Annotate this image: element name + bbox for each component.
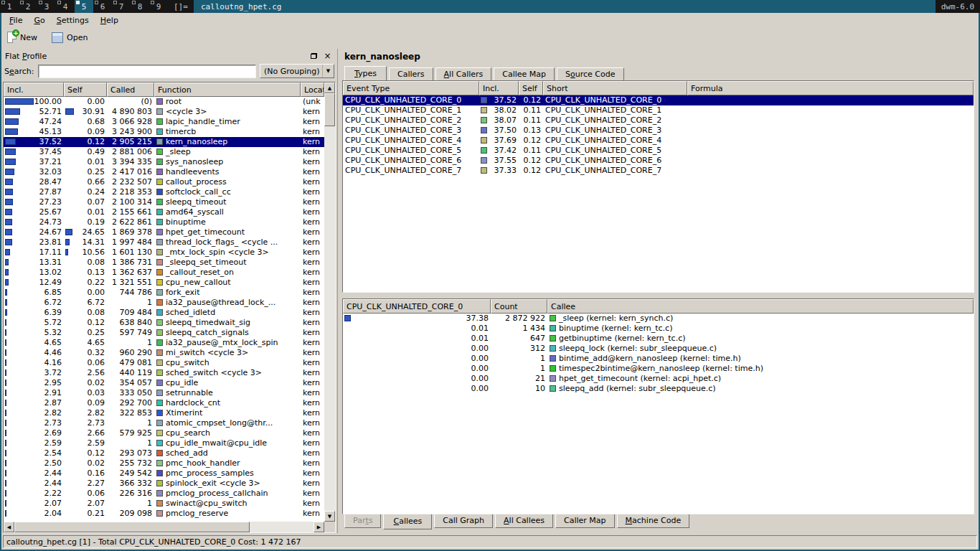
table-row[interactable]: 23.8114.311 997 484thread_lock_flags_ <c…	[4, 237, 324, 248]
table-row[interactable]: 12.490.221 321 551cpu_new_calloutkern	[4, 278, 324, 288]
table-row[interactable]: 3.722.56440 119sched_switch <cycle 3>ker…	[4, 368, 324, 378]
table-row[interactable]: 100.000.00(0)root(unk	[4, 97, 324, 107]
tab-callers[interactable]: Callers	[389, 67, 433, 80]
event-type-row[interactable]: CPU_CLK_UNHALTED_CORE_337.500.13CPU_CLK_…	[343, 126, 974, 136]
table-row[interactable]: 37.450.492 881 006_sleepkern	[4, 147, 324, 157]
horizontal-scroll-thumb[interactable]	[14, 522, 250, 532]
dwm-tag-6[interactable]: 6	[93, 0, 112, 13]
table-row[interactable]: 13.020.131 362 637_callout_reset_onkern	[4, 268, 324, 278]
splitter[interactable]	[342, 293, 974, 298]
table-row[interactable]: 52.7130.914 890 803<cycle 3>kern	[4, 107, 324, 117]
column-header-location[interactable]: Location	[301, 83, 324, 97]
new-button[interactable]: + New	[5, 30, 39, 44]
table-row[interactable]: 5.720.12638 840sleepq_timedwait_sigkern	[4, 318, 324, 328]
menu-go[interactable]: Go	[28, 14, 50, 27]
column-header-self[interactable]: Self	[64, 83, 107, 97]
event-type-row[interactable]: CPU_CLK_UNHALTED_CORE_037.520.12CPU_CLK_…	[343, 95, 974, 105]
table-row[interactable]: 17.1110.561 601 130_mtx_lock_spin <cycle…	[4, 248, 324, 258]
table-row[interactable]: 4.654.651ia32_pause@_mtx_lock_spinkern	[4, 338, 324, 348]
table-row[interactable]: 28.470.662 232 507callout_processkern	[4, 177, 324, 187]
table-row[interactable]: 32.030.252 417 016handleeventskern	[4, 167, 324, 177]
table-row[interactable]: 2.950.02354 057cpu_idlekern	[4, 378, 324, 388]
dwm-tag-9[interactable]: 9	[149, 0, 168, 13]
tab-callee-map[interactable]: Callee Map	[494, 67, 555, 80]
tab-callees[interactable]: Callees	[383, 514, 432, 529]
event-type-row[interactable]: CPU_CLK_UNHALTED_CORE_537.420.11CPU_CLK_…	[343, 146, 974, 156]
column-header-self[interactable]: Self	[519, 81, 543, 95]
event-type-row[interactable]: CPU_CLK_UNHALTED_CORE_138.020.11CPU_CLK_…	[343, 105, 974, 116]
dwm-tag-7[interactable]: 7	[112, 0, 131, 13]
column-header-incl[interactable]: Incl.	[4, 83, 64, 97]
tab-source-code[interactable]: Source Code	[557, 67, 623, 80]
table-row[interactable]: 4.460.32960 290mi_switch <cycle 3>kern	[4, 348, 324, 358]
column-header-incl[interactable]: Incl.	[479, 81, 519, 95]
table-row[interactable]: 2.500.02255 732pmc_hook_handlerkern	[4, 458, 324, 468]
scroll-left-button[interactable]: ◀	[4, 522, 14, 532]
table-row[interactable]: 4.160.06479 081cpu_switchkern	[4, 358, 324, 368]
menu-file[interactable]: File	[4, 14, 28, 27]
column-header-function[interactable]: Function	[154, 83, 301, 97]
table-row[interactable]: 47.240.683 066 928lapic_handle_timerkern	[4, 117, 324, 127]
event-type-row[interactable]: CPU_CLK_UNHALTED_CORE_437.690.12CPU_CLK_…	[343, 136, 974, 146]
scroll-right-button[interactable]: ▶	[314, 522, 324, 532]
event-type-row[interactable]: CPU_CLK_UNHALTED_CORE_737.330.12CPU_CLK_…	[343, 166, 974, 176]
callee-row[interactable]: 0.01647getbinuptime (kernel: kern_tc.c)	[343, 334, 974, 344]
table-row[interactable]: 2.692.66579 925cpu_searchkern	[4, 428, 324, 438]
menu-settings[interactable]: Settings	[51, 14, 95, 27]
column-header-called[interactable]: Called	[107, 83, 154, 97]
column-header-callee[interactable]: Callee	[547, 299, 974, 314]
grouping-combobox[interactable]: (No Grouping) ▼	[260, 64, 334, 78]
dwm-tag-5[interactable]: 5	[75, 0, 93, 13]
dwm-tag-3[interactable]: 3	[37, 0, 56, 13]
tab-all-callees[interactable]: All Callees	[495, 514, 553, 528]
chevron-down-icon[interactable]: ▼	[322, 65, 334, 77]
callee-row[interactable]: 0.001bintime_add@kern_nanosleep (kernel:…	[343, 354, 974, 364]
dwm-layout-symbol[interactable]: []=	[168, 0, 194, 13]
tab-call-graph[interactable]: Call Graph	[434, 514, 493, 528]
table-row[interactable]: 24.6724.651 869 378hpet_get_timecountker…	[4, 227, 324, 237]
column-header-short[interactable]: Short	[543, 81, 687, 95]
tab-types[interactable]: Types	[344, 66, 387, 80]
callee-row[interactable]: 37.382 872 922_sleep (kernel: kern_synch…	[343, 314, 974, 324]
column-header-cpu_clk_unhalted_core_0[interactable]: CPU_CLK_UNHALTED_CORE_0	[343, 299, 491, 314]
callee-row[interactable]: 0.0010sleepq_add (kernel: subr_sleepqueu…	[343, 384, 974, 394]
open-button[interactable]: Open	[50, 31, 90, 44]
table-row[interactable]: 25.670.012 155 661amd64_syscallkern	[4, 207, 324, 217]
scroll-down-button[interactable]: ▼	[324, 511, 335, 522]
scroll-up-button[interactable]: ▲	[324, 83, 335, 93]
table-row[interactable]: 2.732.731atomic_cmpset_long@thr...kern	[4, 418, 324, 428]
table-row[interactable]: 2.220.06226 316pmclog_process_callchaink…	[4, 489, 324, 499]
vertical-scroll-thumb[interactable]	[324, 93, 335, 126]
dwm-tag-4[interactable]: 4	[56, 0, 75, 13]
column-header-formula[interactable]: Formula	[687, 81, 974, 95]
table-row[interactable]: 6.850.00744 786fork_exitkern	[4, 288, 324, 298]
table-row[interactable]: 2.540.12293 073sched_addkern	[4, 448, 324, 458]
table-row[interactable]: 27.230.072 100 314sleepq_timeoutkern	[4, 197, 324, 207]
table-row[interactable]: 37.210.013 394 335sys_nanosleepkern	[4, 157, 324, 167]
table-row[interactable]: 2.440.16249 542pmc_process_sampleskern	[4, 468, 324, 479]
table-row[interactable]: 2.072.071swinact@cpu_switchkern	[4, 499, 324, 509]
vertical-scrollbar[interactable]: ▲ ▼	[324, 83, 335, 522]
table-row[interactable]: 2.822.82322 853Xtimerintkern	[4, 408, 324, 418]
table-row[interactable]: 27.870.242 218 353softclock_call_cckern	[4, 187, 324, 197]
event-type-row[interactable]: CPU_CLK_UNHALTED_CORE_637.550.12CPU_CLK_…	[343, 156, 974, 166]
table-row[interactable]: 2.592.591cpu_idle_mwait@cpu_idlekern	[4, 438, 324, 448]
table-row[interactable]: 2.870.09292 700hardclock_cntkern	[4, 398, 324, 408]
tab-machine-code[interactable]: Machine Code	[617, 514, 690, 528]
table-row[interactable]: 6.390.08709 484sched_idletdkern	[4, 308, 324, 318]
callee-row[interactable]: 0.001timespec2bintime@kern_nanosleep (ke…	[343, 364, 974, 374]
horizontal-scrollbar[interactable]: ◀ ▶	[4, 522, 324, 532]
callee-row[interactable]: 0.00312sleepq_lock (kernel: subr_sleepqu…	[343, 344, 974, 354]
dwm-tag-1[interactable]: 1	[0, 0, 19, 13]
table-row[interactable]: 2.442.27366 332spinlock_exit <cycle 3>ke…	[4, 479, 324, 489]
dock-close-button[interactable]: ×	[321, 51, 334, 62]
search-input[interactable]	[38, 65, 256, 78]
column-header-eventtype[interactable]: Event Type	[343, 81, 479, 95]
table-row[interactable]: 13.310.081 386 731_sleepq_set_timeoutker…	[4, 258, 324, 268]
dwm-tag-2[interactable]: 2	[19, 0, 37, 13]
table-row[interactable]: 2.910.03333 050setrunnablekern	[4, 388, 324, 398]
table-row[interactable]: 45.130.093 243 900timercbkern	[4, 127, 324, 137]
tab-caller-map[interactable]: Caller Map	[555, 514, 615, 528]
table-row[interactable]: 5.320.25597 749sleepq_catch_signalskern	[4, 328, 324, 338]
column-header-count[interactable]: Count	[491, 299, 547, 314]
